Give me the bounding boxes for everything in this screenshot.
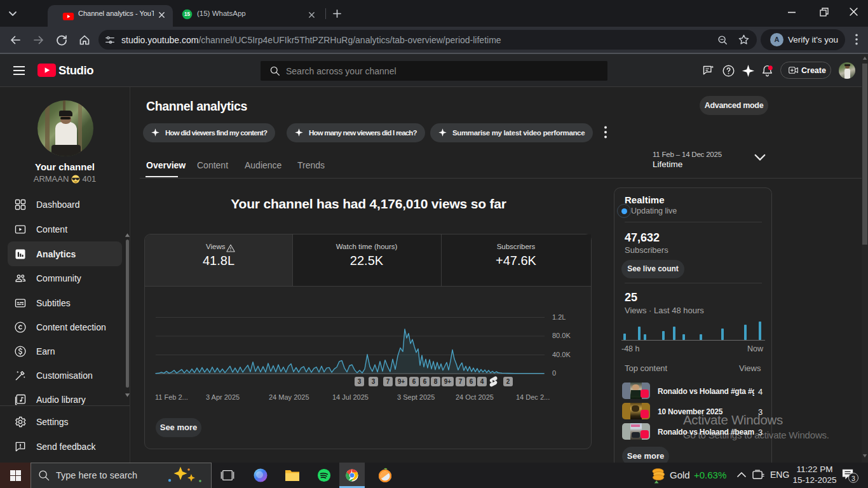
svg-text:15: 15: [184, 11, 191, 17]
